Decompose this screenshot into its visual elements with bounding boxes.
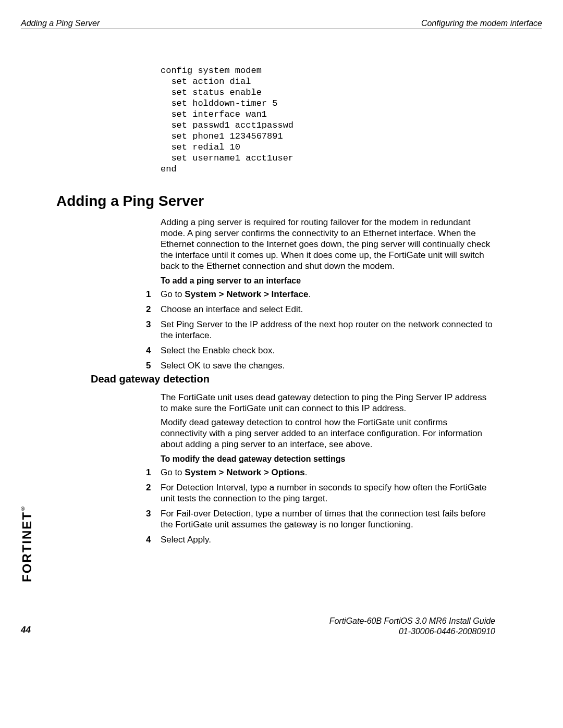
step-number: 2: [146, 304, 161, 315]
step-text: Go to System > Network > Options.: [161, 467, 495, 478]
procedure-title-2: To modify the dead gateway detection set…: [161, 454, 345, 464]
step-number: 3: [146, 508, 161, 530]
step-text-bold: System > Network > Interface: [185, 289, 308, 299]
subsection-p2: Modify dead gateway detection to control…: [161, 417, 495, 450]
step-text: Choose an interface and select Edit.: [161, 304, 495, 315]
step-number: 4: [146, 345, 161, 356]
step-text: Select the Enable check box.: [161, 345, 495, 356]
footer-right: FortiGate-60B FortiOS 3.0 MR6 Install Gu…: [329, 616, 495, 637]
step-text-bold: System > Network > Options: [185, 467, 305, 477]
step-text: Select OK to save the changes.: [161, 360, 495, 371]
list-item: 3 Set Ping Server to the IP address of t…: [146, 319, 495, 341]
running-header-left: Adding a Ping Server: [21, 19, 100, 28]
step-number: 1: [146, 289, 161, 300]
section-intro: Adding a ping server is required for rou…: [161, 217, 495, 272]
step-number: 3: [146, 319, 161, 341]
subsection-p1: The FortiGate unit uses dead gateway det…: [161, 392, 495, 414]
list-item: 4 Select Apply.: [146, 534, 495, 545]
step-text: For Detection Interval, type a number in…: [161, 482, 495, 504]
step-text: Set Ping Server to the IP address of the…: [161, 319, 495, 341]
subsection-heading: Dead gateway detection: [91, 373, 210, 385]
step-number: 2: [146, 482, 161, 504]
list-item: 4 Select the Enable check box.: [146, 345, 495, 356]
page-number: 44: [21, 625, 31, 635]
list-item: 1 Go to System > Network > Options.: [146, 467, 495, 478]
step-text: For Fail-over Detection, type a number o…: [161, 508, 495, 530]
step-text-post: .: [308, 289, 311, 299]
procedure-steps-1: 1 Go to System > Network > Interface. 2 …: [146, 289, 495, 375]
procedure-steps-2: 1 Go to System > Network > Options. 2 Fo…: [146, 467, 495, 549]
running-header-right: Configuring the modem interface: [421, 19, 542, 28]
step-text: Go to System > Network > Interface.: [161, 289, 495, 300]
procedure-title-1: To add a ping server to an interface: [161, 276, 301, 286]
footer-doc-title: FortiGate-60B FortiOS 3.0 MR6 Install Gu…: [329, 616, 495, 626]
section-heading: Adding a Ping Server: [56, 193, 204, 209]
footer-doc-id: 01-30006-0446-20080910: [329, 626, 495, 637]
list-item: 5 Select OK to save the changes.: [146, 360, 495, 371]
list-item: 2 Choose an interface and select Edit.: [146, 304, 495, 315]
code-block: config system modem set action dial set …: [161, 65, 293, 175]
step-text: Select Apply.: [161, 534, 495, 545]
list-item: 3 For Fail-over Detection, type a number…: [146, 508, 495, 530]
registered-icon: ®: [20, 504, 26, 511]
document-page: Adding a Ping Server Configuring the mod…: [0, 0, 563, 728]
step-text-pre: Go to: [161, 289, 185, 299]
step-number: 1: [146, 467, 161, 478]
list-item: 1 Go to System > Network > Interface.: [146, 289, 495, 300]
step-number: 4: [146, 534, 161, 545]
brand-text: FORTINET: [20, 511, 34, 582]
list-item: 2 For Detection Interval, type a number …: [146, 482, 495, 504]
step-number: 5: [146, 360, 161, 371]
brand-vertical: FORTINET®: [20, 504, 34, 582]
header-rule: [21, 29, 542, 29]
step-text-pre: Go to: [161, 467, 185, 477]
step-text-post: .: [305, 467, 308, 477]
